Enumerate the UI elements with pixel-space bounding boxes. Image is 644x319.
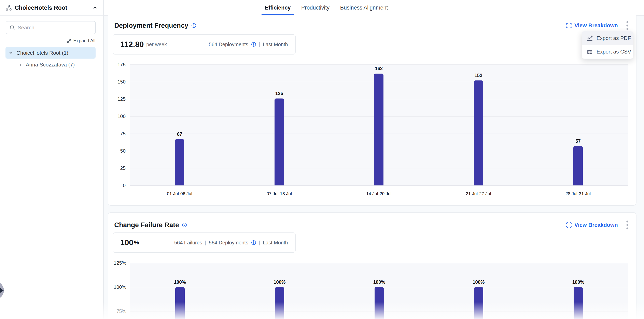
deployment-frequency-card: Deployment Frequency View Breakdown (108, 15, 636, 206)
y-axis-tick-label: 75 (107, 131, 126, 137)
tree-item-anna-scozzafava[interactable]: Anna Scozzafava (7) (6, 58, 96, 71)
chart-bar[interactable] (574, 287, 583, 319)
scan-expand-icon (566, 22, 572, 28)
metric-unit: per week (146, 41, 167, 47)
info-icon[interactable] (191, 23, 196, 28)
sidebar-title: ChoiceHotels Root (14, 4, 67, 11)
period-label: Last Month (263, 240, 288, 246)
chart-bar[interactable] (175, 139, 184, 185)
x-axis-category-label: 01 Jul-06 Jul (147, 191, 212, 196)
chart-line-plus-icon (587, 35, 593, 41)
card-actions: View Breakdown (566, 20, 630, 31)
tree-item-label: Anna Scozzafava (7) (26, 62, 75, 68)
chevron-right-icon (18, 63, 22, 67)
bar-value-label: 100% (464, 280, 493, 285)
chart-bar[interactable] (474, 287, 483, 319)
period-label: Last Month (263, 41, 288, 47)
bar-value-label: 100% (166, 280, 194, 285)
bar-value-label: 162 (364, 66, 393, 71)
view-breakdown-label: View Breakdown (574, 222, 618, 228)
divider: | (259, 41, 260, 48)
x-axis-category-label: 14 Jul-20 Jul (346, 191, 411, 196)
menu-item-label: Export as CSV (596, 49, 631, 55)
tab-label: Efficiency (265, 5, 291, 11)
scan-expand-icon (566, 222, 572, 228)
view-breakdown-button[interactable]: View Breakdown (566, 22, 618, 29)
metric-summary-box: 112.80 per week 564 Deployments | Last M… (112, 34, 296, 54)
bar-value-label: 100% (365, 280, 394, 285)
y-axis-tick-label: 100 (107, 113, 126, 119)
y-axis-tick-label: 100% (108, 284, 126, 290)
tab-label: Business Alignment (340, 5, 388, 11)
sidebar-search (6, 21, 96, 34)
info-icon[interactable] (182, 222, 187, 228)
bar-value-label: 152 (464, 73, 493, 78)
card-actions: View Breakdown (566, 219, 630, 231)
metric-summary-box: 100 % 564 Failures | 564 Deployments | L… (112, 233, 296, 253)
menu-item-export-csv[interactable]: Export as CSV (582, 45, 633, 58)
org-tree: ChoiceHotels Root (1) Anna Scozzafava (7… (6, 47, 96, 71)
card-title: Change Failure Rate (114, 221, 179, 229)
chart-bar[interactable] (574, 146, 583, 185)
kebab-menu-button[interactable] (625, 219, 630, 231)
metric-value: 112.80 (120, 40, 144, 49)
x-axis-category-label: 28 Jul-31 Jul (546, 191, 610, 196)
search-icon (9, 25, 15, 30)
y-axis-tick-label: 125% (108, 260, 126, 266)
card-header: Deployment Frequency View Breakdown (114, 21, 630, 30)
bar-value-label: 67 (165, 132, 194, 137)
main-content: Deployment Frequency View Breakdown (104, 16, 644, 319)
org-chart-icon (6, 5, 12, 11)
divider: | (259, 240, 260, 246)
chart-bar[interactable] (474, 80, 483, 185)
search-input[interactable] (18, 24, 92, 31)
bar-value-label: 57 (564, 138, 592, 144)
y-axis-tick-label: 75% (108, 308, 126, 314)
bar-value-label: 126 (265, 91, 294, 96)
deployments-count: 564 Deployments (209, 41, 248, 47)
chart-bar[interactable] (175, 287, 185, 319)
y-axis-tick-label: 0 (107, 182, 126, 189)
y-axis-tick-label: 125 (107, 96, 126, 102)
chevron-up-icon (92, 5, 98, 10)
metric-meta: 564 Failures | 564 Deployments | Last Mo… (174, 240, 288, 246)
change-failure-rate-card: Change Failure Rate View Breakdown (108, 212, 636, 319)
tab-productivity[interactable]: Productivity (300, 0, 330, 15)
y-axis-tick-label: 150 (107, 79, 126, 85)
table-icon (587, 49, 593, 55)
triangle-right-icon (0, 288, 4, 293)
info-icon[interactable] (251, 42, 256, 47)
chart-bar[interactable] (374, 287, 384, 319)
expand-all-button[interactable]: Expand All (66, 38, 95, 43)
bar-value-label: 100% (266, 280, 294, 285)
sidebar-collapse-button[interactable] (92, 5, 98, 10)
metric-value: 100 (120, 238, 133, 247)
kebab-menu-icon (626, 220, 629, 230)
chart-bar[interactable] (374, 74, 384, 185)
menu-item-label: Export as PDF (596, 35, 631, 41)
expand-all-icon (66, 38, 72, 43)
kebab-menu-button[interactable] (625, 20, 630, 31)
gridline (130, 64, 628, 65)
x-axis-category-label: 21 Jul-27 Jul (446, 191, 511, 196)
info-icon[interactable] (251, 240, 256, 245)
tab-bar: Efficiency Productivity Business Alignme… (264, 0, 644, 15)
tree-item-choicehotels-root[interactable]: ChoiceHotels Root (1) (6, 47, 96, 58)
tab-label: Productivity (301, 5, 330, 11)
card-header: Change Failure Rate View Breakdown (114, 220, 630, 230)
tab-efficiency[interactable]: Efficiency (264, 0, 292, 15)
tab-business-alignment[interactable]: Business Alignment (339, 0, 389, 15)
chart-bar[interactable] (274, 98, 284, 185)
chart-bar[interactable] (275, 287, 284, 319)
x-axis-category-label: 07 Jul-13 Jul (247, 191, 312, 196)
export-dropdown-menu: Export as PDF Export as CSV (582, 31, 633, 59)
tree-item-label: ChoiceHotels Root (1) (16, 50, 68, 56)
dashboard-page: { "sidebar": { "title": "ChoiceHotels Ro… (0, 0, 644, 319)
y-axis-tick-label: 50 (107, 148, 126, 154)
metric-unit: % (134, 239, 139, 246)
failures-count: 564 Failures (174, 240, 202, 246)
view-breakdown-button[interactable]: View Breakdown (566, 222, 618, 228)
divider: | (205, 240, 206, 246)
y-axis-tick-label: 175 (107, 62, 126, 68)
menu-item-export-pdf[interactable]: Export as PDF (582, 31, 633, 45)
